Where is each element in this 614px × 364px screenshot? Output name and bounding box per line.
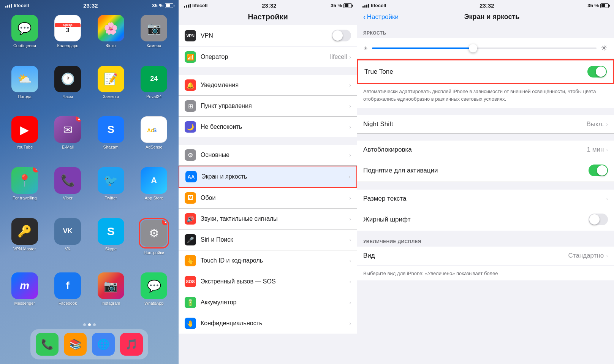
settings-cell-vpn[interactable]: VPN VPN	[179, 25, 357, 46]
app-icon-img: AdS	[141, 116, 167, 143]
brightness-slider-row: ☀ ☀	[357, 38, 614, 59]
dot	[83, 323, 86, 326]
true-tone-toggle[interactable]	[587, 66, 607, 78]
signal-icon	[362, 4, 369, 8]
separator	[357, 134, 614, 141]
app-label: Часы	[63, 94, 73, 99]
chevron-icon: ›	[606, 253, 608, 259]
app-vpnmaster[interactable]: 🔑 VPN Master	[5, 218, 45, 267]
app-label: AdSense	[146, 145, 163, 149]
back-label: Настройки	[367, 13, 399, 21]
dock-phone[interactable]: 📞	[36, 333, 59, 356]
brightness-slider[interactable]	[372, 47, 597, 49]
app-clock[interactable]: 🕐 Часы	[48, 66, 88, 111]
bold-cell[interactable]: Жирный шрифт	[357, 208, 614, 231]
app-twitter[interactable]: 🐦 Twitter	[91, 167, 131, 212]
settings-cell-operator[interactable]: 📶 Оператор lifecell ›	[179, 47, 357, 67]
battery-icon	[600, 3, 609, 8]
settings-cell-siri[interactable]: 🎤 Siri и Поиск ›	[179, 229, 357, 250]
true-tone-cell[interactable]: True Tone	[357, 59, 614, 84]
app-vk[interactable]: VK VK	[48, 218, 88, 267]
chevron-icon: ›	[606, 196, 608, 202]
autolock-cell[interactable]: Автоблокировка 1 мин ›	[357, 141, 614, 159]
priv-icon: 🤚	[185, 318, 196, 329]
vpn-toggle[interactable]	[332, 30, 351, 41]
settings-cell-wallpaper[interactable]: 🖼 Обои ›	[179, 188, 357, 209]
app-settings[interactable]: 1 ⚙ Настройки	[134, 218, 174, 267]
settings-cell-sounds[interactable]: 🔊 Звуки, тактильные сигналы ›	[179, 209, 357, 229]
app-messenger[interactable]: m Messenger	[5, 272, 45, 317]
view-description: Выберите вид для iPhone: «Увеличено» пок…	[357, 266, 614, 280]
raise-toggle[interactable]	[589, 165, 608, 176]
status-left: lifecell	[184, 3, 207, 8]
app-label: VPN Master	[13, 247, 36, 251]
app-youtube[interactable]: ▶ YouTube	[5, 116, 45, 161]
settings-cell-privacy[interactable]: 🤚 Конфиденциальность ›	[179, 313, 357, 334]
brightness-panel: lifecell 23:32 35 % ‹ Настройки Экран и …	[357, 0, 614, 364]
app-email[interactable]: 2 ✉ E-Mail	[48, 116, 88, 161]
night-shift-cell[interactable]: Night Shift Выкл. ›	[357, 115, 614, 134]
app-facebook[interactable]: f Facebook	[48, 272, 88, 317]
app-maps[interactable]: 1 📍 For travelling	[5, 167, 45, 212]
settings-cell-battery[interactable]: 🔋 Аккумулятор ›	[179, 292, 357, 313]
app-grid: 💬 Сообщения Среда 3 Календарь 🌸 Фото 📷 К…	[0, 9, 179, 321]
bright-content: ЯРКОСТЬ ☀ ☀ True Tone Автоматически адап…	[357, 25, 614, 364]
back-button[interactable]: ‹ Настройки	[363, 13, 399, 21]
settings-list: VPN VPN 📶 Оператор lifecell › 🔔 Уведомле…	[179, 25, 357, 364]
page-title: Экран и яркость	[399, 13, 585, 21]
cell-label: Пункт управления	[201, 103, 349, 109]
app-icon-img: A	[141, 167, 167, 194]
app-viber[interactable]: 📞 Viber	[48, 167, 88, 212]
toggle-thumb	[332, 30, 343, 41]
raise-label: Поднятие для активации	[363, 167, 589, 174]
app-shazam[interactable]: S Shazam	[91, 116, 131, 161]
app-icon-img: 🐦	[98, 167, 124, 194]
night-shift-value: Выкл.	[586, 120, 604, 128]
settings-group-notif: 🔔 Уведомления › ⊞ Пункт управления › 🌙 Н…	[179, 75, 357, 137]
dot	[93, 323, 96, 326]
signal-icon	[184, 4, 191, 8]
battery-percent: 35 %	[152, 3, 163, 8]
settings-cell-control[interactable]: ⊞ Пункт управления ›	[179, 96, 357, 117]
app-icon-img: 📷	[98, 272, 124, 299]
settings-cell-touchid[interactable]: 👆 Touch ID и код-пароль ›	[179, 250, 357, 271]
raise-cell[interactable]: Поднятие для активации	[357, 159, 614, 182]
settings-cell-general[interactable]: ⚙ Основные ›	[179, 145, 357, 166]
view-cell[interactable]: Вид Стандартно ›	[357, 247, 614, 265]
battery-percent: 35 %	[331, 3, 342, 8]
dock-chrome[interactable]: 🌐	[92, 333, 115, 356]
app-icon-img: S	[98, 116, 124, 143]
slider-thumb	[469, 44, 477, 52]
app-instagram[interactable]: 📷 Instagram	[91, 272, 131, 317]
app-whatsapp[interactable]: 💬 WhatsApp	[134, 272, 174, 317]
app-label: YouTube	[16, 145, 33, 149]
bold-toggle[interactable]	[589, 214, 608, 225]
chevron-icon: ›	[349, 237, 351, 243]
app-appstore[interactable]: A App Store	[134, 167, 174, 212]
settings-cell-notifications[interactable]: 🔔 Уведомления ›	[179, 75, 357, 96]
dock-music[interactable]: 🎵	[120, 333, 143, 356]
app-notes[interactable]: 📝 Заметки	[91, 66, 131, 111]
app-icon-img: 1 ⚙	[141, 220, 167, 247]
app-adsense[interactable]: AdS AdSense	[134, 116, 174, 161]
app-label: Shazam	[103, 145, 119, 149]
text-size-cell[interactable]: Размер текста ›	[357, 190, 614, 208]
app-camera[interactable]: 📷 Камера	[134, 15, 174, 60]
settings-group-main: ⚙ Основные › AA Экран и яркость › 🖼 Обои…	[179, 145, 357, 334]
dock-area: 📞 📚 🌐 🎵	[0, 321, 179, 364]
app-label: App Store	[145, 196, 163, 200]
settings-cell-screenbrightness[interactable]: AA Экран и яркость ›	[179, 166, 357, 188]
app-weather[interactable]: ⛅ Погода	[5, 66, 45, 111]
settings-cell-dnd[interactable]: 🌙 Не беспокоить ›	[179, 117, 357, 137]
app-messages[interactable]: 💬 Сообщения	[5, 15, 45, 60]
brightness-section-label: ЯРКОСТЬ	[357, 25, 614, 38]
dock-books[interactable]: 📚	[64, 333, 87, 356]
settings-cell-sos[interactable]: SOS Экстренный вызов — SOS ›	[179, 271, 357, 292]
app-privat24[interactable]: 24 Privat24	[134, 66, 174, 111]
autolock-label: Автоблокировка	[363, 146, 587, 154]
app-label: Заметки	[103, 94, 119, 99]
app-skype[interactable]: S Skype	[91, 218, 131, 267]
app-photos[interactable]: 🌸 Фото	[91, 15, 131, 60]
time-label: 23:32	[479, 2, 494, 9]
app-calendar[interactable]: Среда 3 Календарь	[48, 15, 88, 60]
